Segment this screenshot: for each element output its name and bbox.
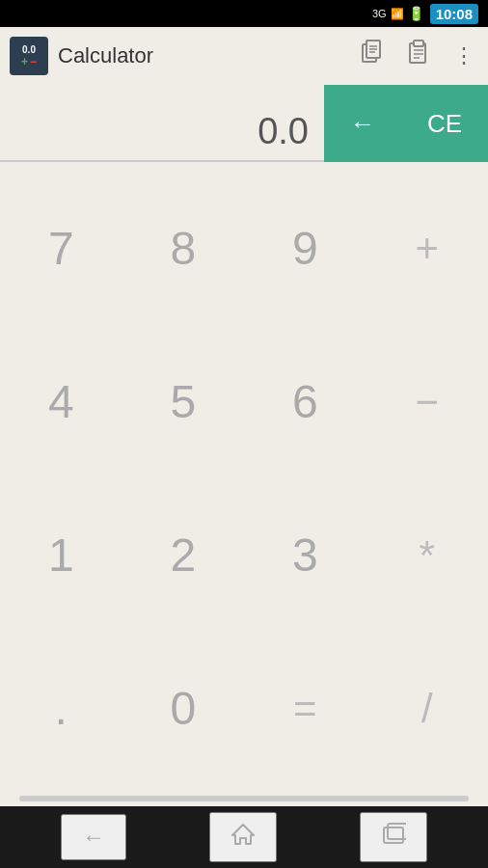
- ce-label: CE: [427, 109, 462, 139]
- key-2[interactable]: 2: [122, 478, 245, 632]
- signal-bars-icon: 📶: [391, 8, 404, 20]
- app-title: Calculator: [58, 43, 347, 68]
- key-dot[interactable]: .: [0, 632, 122, 785]
- time-display: 10:08: [430, 4, 478, 24]
- status-bar: 3G 📶 🔋 10:08: [0, 0, 488, 27]
- nav-bar: ←: [0, 806, 488, 868]
- keypad: 7 8 9 + 4 5 6 − 1 2 3 * . 0 = /: [0, 162, 488, 795]
- key-4[interactable]: 4: [0, 325, 122, 478]
- key-divide[interactable]: /: [366, 632, 489, 785]
- copy-button[interactable]: [357, 36, 388, 76]
- backspace-icon: ←: [350, 109, 375, 139]
- key-0[interactable]: 0: [122, 632, 245, 785]
- app-icon: 0.0 + −: [10, 37, 48, 75]
- recent-apps-button[interactable]: [360, 812, 427, 862]
- home-button[interactable]: [209, 812, 277, 862]
- key-3[interactable]: 3: [244, 478, 366, 632]
- display-area: 0.0: [0, 85, 324, 162]
- key-equals[interactable]: =: [244, 632, 366, 785]
- display-value: 0.0: [258, 111, 309, 152]
- key-9[interactable]: 9: [244, 172, 366, 325]
- key-1[interactable]: 1: [0, 478, 122, 632]
- minus-icon: −: [30, 55, 37, 68]
- plus-icon: +: [21, 55, 28, 68]
- more-options-button[interactable]: ⋮: [449, 40, 478, 72]
- key-6[interactable]: 6: [244, 325, 366, 478]
- key-8[interactable]: 8: [122, 172, 245, 325]
- scrollbar-track: [19, 796, 469, 801]
- paste-button[interactable]: [403, 36, 434, 76]
- key-multiply[interactable]: *: [366, 478, 489, 632]
- toolbar-actions: ⋮: [357, 36, 478, 76]
- toolbar: 0.0 + − Calculator: [0, 27, 488, 85]
- svg-marker-10: [232, 825, 254, 844]
- signal-icon: 3G: [372, 8, 387, 19]
- key-plus[interactable]: +: [366, 172, 489, 325]
- backspace-button[interactable]: ←: [324, 85, 401, 162]
- scrollbar: [0, 795, 488, 802]
- display-row: 0.0 ← CE: [0, 85, 488, 162]
- app-icon-ops: + −: [21, 55, 37, 68]
- svg-rect-6: [414, 41, 423, 46]
- key-minus[interactable]: −: [366, 325, 489, 478]
- battery-icon: 🔋: [408, 6, 424, 21]
- status-icons: 3G 📶 🔋: [372, 6, 424, 21]
- key-5[interactable]: 5: [122, 325, 245, 478]
- key-7[interactable]: 7: [0, 172, 122, 325]
- calculator-app: 0.0 + − Calculator: [0, 27, 488, 806]
- back-button[interactable]: ←: [61, 814, 126, 860]
- app-icon-value: 0.0: [22, 44, 36, 55]
- ce-button[interactable]: CE: [401, 85, 488, 162]
